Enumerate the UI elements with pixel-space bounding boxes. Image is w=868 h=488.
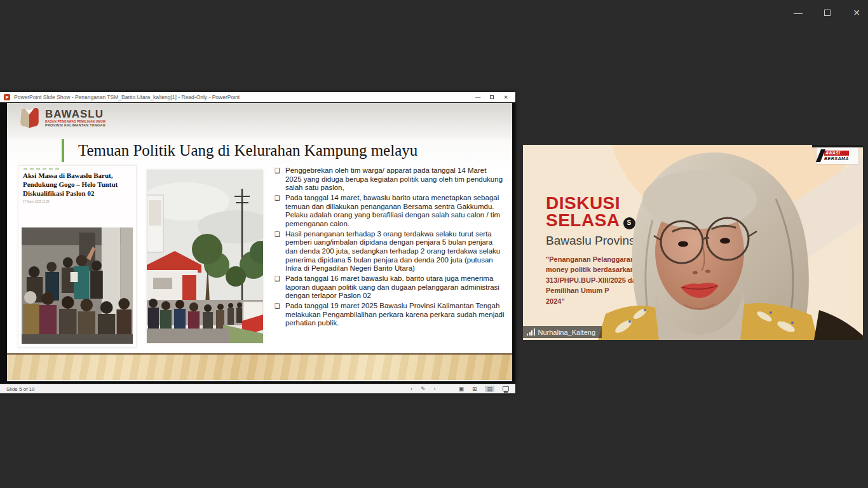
os-window-controls: — ✕ [793,4,862,22]
participant-name: Nurhalina_Kalteng [538,329,596,336]
bullet-item: ❑ Pada tanggal 16 maret bawaslu kab. bar… [275,274,505,301]
bullet-item: ❑ Penggebrekan oleh tim warga/ apparat p… [275,166,505,193]
title-accent-bar [62,139,64,162]
annotation-pen-icon[interactable]: ✎ [421,386,426,392]
participant-name-tag: Nurhalina_Kalteng [523,326,602,338]
slideshow-stage[interactable]: BAWASLU BADAN PENGAWAS PEMILIHAN UMUM PR… [0,102,515,384]
logo-line2: BERSAMA [824,156,849,161]
window-title: PowerPoint Slide Show - Penanganan TSM_B… [14,94,240,100]
normal-view-icon[interactable]: ▣ [458,386,464,392]
poster-title-line2: SELASA [546,210,620,230]
video-feed-nurhalina[interactable]: DISKUSI SELASAS Bawaslu Provinsi J "Pena… [523,145,863,340]
logo-line1: AWASI [824,151,849,156]
slideshow-view-icon[interactable] [503,386,509,391]
bawaslu-logo: BAWASLU BADAN PENGAWAS PEMILIHAN UMUM PR… [17,105,105,130]
powerpoint-titlebar: P PowerPoint Slide Show - Penanganan TSM… [0,92,515,102]
poster-badge: S [623,217,635,229]
powerpoint-app-icon: P [4,94,10,100]
next-slide-icon[interactable]: › [433,386,435,392]
street-protest-photo [147,170,263,343]
signal-strength-icon [527,329,535,336]
bullet-item: ❑ Pada tanggal 14 maret, bawaslu barito … [275,194,505,229]
wood-table-graphic [7,353,512,380]
ppt-close-icon[interactable]: ✕ [499,93,513,102]
ppt-minimize-icon[interactable]: — [471,93,485,102]
bullet-item: ❑ Pada tanggal 19 maret 2025 Bawaslu Pro… [275,302,505,328]
news-crowd-photo [22,227,133,344]
slide-indicator: Slide 5 of 10 [6,386,34,392]
bullet-text: Pada tanggal 16 maret bawaslu kab. barit… [285,274,505,301]
poster-quote: "Penanganan Pelanggaran Te money politik… [546,254,724,307]
poster-subtitle: Bawaslu Provinsi J [546,234,724,248]
previous-slide-icon[interactable]: ‹ [410,386,412,392]
minimize-icon[interactable]: — [793,8,803,18]
news-headline: Aksi Massa di Bawaslu Barut, Pendukung G… [18,170,136,198]
powerpoint-window[interactable]: P PowerPoint Slide Show - Penanganan TSM… [0,92,515,393]
bullet-text: Penggebrekan oleh tim warga/ apparat pad… [285,166,505,193]
bawaslu-sub2: PROVINSI KALIMANTAN TENGAH [45,123,105,127]
poster-title-line1: DISKUSI [546,194,724,212]
slide-bullet-list: ❑ Penggebrekan oleh tim warga/ apparat p… [275,166,505,329]
square-bullet-icon: ❑ [275,166,280,193]
square-bullet-icon: ❑ [275,302,280,328]
desktop: — ✕ P PowerPoint Slide Show - Penanganan… [0,0,868,488]
slide: BAWASLU BADAN PENGAWAS PEMILIHAN UMUM PR… [7,103,512,381]
bawaslu-sub1: BADAN PENGAWAS PEMILIHAN UMUM [45,120,105,123]
news-card-decoration [24,168,62,170]
bullet-item: ❑ Hasil penanganan terhadap 3 orang terd… [275,230,505,273]
bullet-text: Pada tanggal 14 maret, bawaslu barito ut… [285,194,505,229]
awasi-bersama-logo: AWASI BERSAMA [817,147,858,164]
powerpoint-statusbar: Slide 5 of 10 ‹ ✎ › ▣ ⊞ ▤ [0,384,515,393]
reading-view-icon[interactable]: ▤ [485,386,494,392]
bawaslu-logo-icon [17,105,41,130]
bullet-text: Hasil penanganan terhadap 3 orang terdak… [285,230,505,273]
ppt-restore-icon[interactable] [485,93,499,102]
background-poster: DISKUSI SELASAS Bawaslu Provinsi J "Pena… [546,194,724,306]
close-icon[interactable]: ✕ [851,8,862,18]
square-bullet-icon: ❑ [275,230,280,273]
square-bullet-icon: ❑ [275,274,280,301]
square-bullet-icon: ❑ [275,194,280,229]
slide-sorter-view-icon[interactable]: ⊞ [472,386,477,392]
news-date: 17 Maret 2025 21:39 [18,198,136,203]
maximize-icon[interactable] [822,8,832,18]
news-article-card: Aksi Massa di Bawaslu Barut, Pendukung G… [18,165,137,348]
bawaslu-name: BAWASLU [45,109,105,119]
slide-title: Temuan Politik Uang di Kelurahan Kampung… [78,142,417,159]
bullet-text: Pada tanggal 19 maret 2025 Bawaslu Provi… [285,302,505,328]
